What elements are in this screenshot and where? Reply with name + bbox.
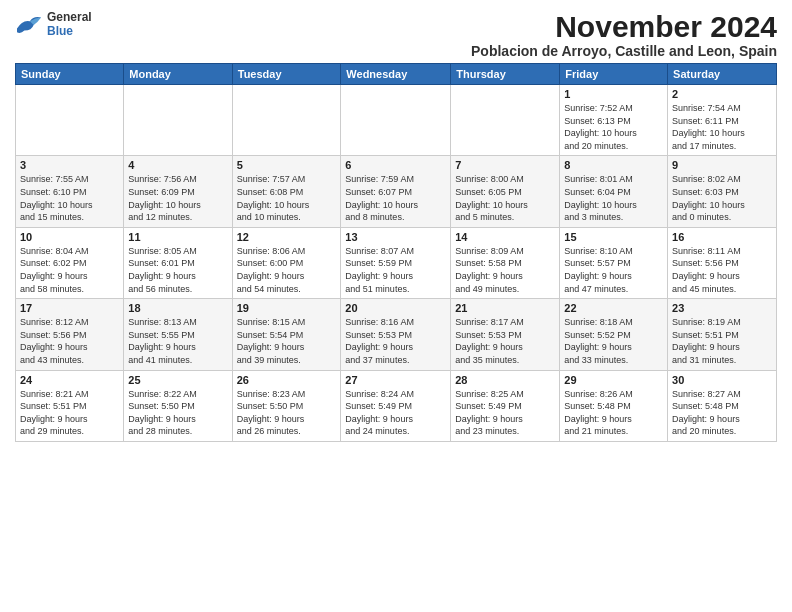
- location: Poblacion de Arroyo, Castille and Leon, …: [471, 43, 777, 59]
- calendar-table: SundayMondayTuesdayWednesdayThursdayFrid…: [15, 63, 777, 442]
- day-info: Sunrise: 8:09 AM Sunset: 5:58 PM Dayligh…: [455, 245, 555, 295]
- day-number: 12: [237, 231, 337, 243]
- calendar-cell: 20Sunrise: 8:16 AM Sunset: 5:53 PM Dayli…: [341, 299, 451, 370]
- day-number: 19: [237, 302, 337, 314]
- logo-general: General: [47, 10, 92, 24]
- day-info: Sunrise: 7:56 AM Sunset: 6:09 PM Dayligh…: [128, 173, 227, 223]
- calendar-cell: [232, 85, 341, 156]
- calendar-cell: 16Sunrise: 8:11 AM Sunset: 5:56 PM Dayli…: [668, 227, 777, 298]
- calendar-cell: [124, 85, 232, 156]
- day-number: 9: [672, 159, 772, 171]
- day-info: Sunrise: 8:16 AM Sunset: 5:53 PM Dayligh…: [345, 316, 446, 366]
- day-info: Sunrise: 8:17 AM Sunset: 5:53 PM Dayligh…: [455, 316, 555, 366]
- calendar-header-saturday: Saturday: [668, 64, 777, 85]
- day-info: Sunrise: 8:05 AM Sunset: 6:01 PM Dayligh…: [128, 245, 227, 295]
- day-number: 11: [128, 231, 227, 243]
- calendar-cell: 6Sunrise: 7:59 AM Sunset: 6:07 PM Daylig…: [341, 156, 451, 227]
- calendar-cell: [16, 85, 124, 156]
- logo-text: General Blue: [47, 10, 92, 39]
- page: General Blue November 2024 Poblacion de …: [0, 0, 792, 612]
- calendar-cell: 18Sunrise: 8:13 AM Sunset: 5:55 PM Dayli…: [124, 299, 232, 370]
- calendar-cell: [451, 85, 560, 156]
- calendar-cell: 7Sunrise: 8:00 AM Sunset: 6:05 PM Daylig…: [451, 156, 560, 227]
- calendar-cell: 24Sunrise: 8:21 AM Sunset: 5:51 PM Dayli…: [16, 370, 124, 441]
- day-info: Sunrise: 8:22 AM Sunset: 5:50 PM Dayligh…: [128, 388, 227, 438]
- calendar-week-row: 24Sunrise: 8:21 AM Sunset: 5:51 PM Dayli…: [16, 370, 777, 441]
- calendar-cell: 4Sunrise: 7:56 AM Sunset: 6:09 PM Daylig…: [124, 156, 232, 227]
- day-info: Sunrise: 7:55 AM Sunset: 6:10 PM Dayligh…: [20, 173, 119, 223]
- calendar-cell: 30Sunrise: 8:27 AM Sunset: 5:48 PM Dayli…: [668, 370, 777, 441]
- calendar-cell: 22Sunrise: 8:18 AM Sunset: 5:52 PM Dayli…: [560, 299, 668, 370]
- day-info: Sunrise: 8:06 AM Sunset: 6:00 PM Dayligh…: [237, 245, 337, 295]
- day-info: Sunrise: 8:04 AM Sunset: 6:02 PM Dayligh…: [20, 245, 119, 295]
- logo: General Blue: [15, 10, 92, 39]
- calendar-cell: 2Sunrise: 7:54 AM Sunset: 6:11 PM Daylig…: [668, 85, 777, 156]
- day-info: Sunrise: 8:18 AM Sunset: 5:52 PM Dayligh…: [564, 316, 663, 366]
- day-info: Sunrise: 8:07 AM Sunset: 5:59 PM Dayligh…: [345, 245, 446, 295]
- calendar-header-tuesday: Tuesday: [232, 64, 341, 85]
- day-info: Sunrise: 8:27 AM Sunset: 5:48 PM Dayligh…: [672, 388, 772, 438]
- day-number: 16: [672, 231, 772, 243]
- calendar-week-row: 3Sunrise: 7:55 AM Sunset: 6:10 PM Daylig…: [16, 156, 777, 227]
- calendar-week-row: 17Sunrise: 8:12 AM Sunset: 5:56 PM Dayli…: [16, 299, 777, 370]
- calendar-header-wednesday: Wednesday: [341, 64, 451, 85]
- day-number: 15: [564, 231, 663, 243]
- calendar-cell: 19Sunrise: 8:15 AM Sunset: 5:54 PM Dayli…: [232, 299, 341, 370]
- day-number: 6: [345, 159, 446, 171]
- day-info: Sunrise: 7:52 AM Sunset: 6:13 PM Dayligh…: [564, 102, 663, 152]
- calendar-cell: 14Sunrise: 8:09 AM Sunset: 5:58 PM Dayli…: [451, 227, 560, 298]
- day-info: Sunrise: 7:59 AM Sunset: 6:07 PM Dayligh…: [345, 173, 446, 223]
- day-number: 26: [237, 374, 337, 386]
- day-number: 20: [345, 302, 446, 314]
- calendar-header-sunday: Sunday: [16, 64, 124, 85]
- day-number: 28: [455, 374, 555, 386]
- day-number: 29: [564, 374, 663, 386]
- day-number: 17: [20, 302, 119, 314]
- calendar-cell: 1Sunrise: 7:52 AM Sunset: 6:13 PM Daylig…: [560, 85, 668, 156]
- day-number: 18: [128, 302, 227, 314]
- calendar-cell: 28Sunrise: 8:25 AM Sunset: 5:49 PM Dayli…: [451, 370, 560, 441]
- calendar-cell: 29Sunrise: 8:26 AM Sunset: 5:48 PM Dayli…: [560, 370, 668, 441]
- calendar-cell: [341, 85, 451, 156]
- day-number: 14: [455, 231, 555, 243]
- month-title: November 2024: [471, 10, 777, 43]
- day-info: Sunrise: 8:11 AM Sunset: 5:56 PM Dayligh…: [672, 245, 772, 295]
- day-number: 21: [455, 302, 555, 314]
- day-number: 30: [672, 374, 772, 386]
- calendar-cell: 23Sunrise: 8:19 AM Sunset: 5:51 PM Dayli…: [668, 299, 777, 370]
- day-info: Sunrise: 8:15 AM Sunset: 5:54 PM Dayligh…: [237, 316, 337, 366]
- day-number: 23: [672, 302, 772, 314]
- header: General Blue November 2024 Poblacion de …: [15, 10, 777, 59]
- calendar-cell: 11Sunrise: 8:05 AM Sunset: 6:01 PM Dayli…: [124, 227, 232, 298]
- calendar-header-thursday: Thursday: [451, 64, 560, 85]
- calendar-cell: 8Sunrise: 8:01 AM Sunset: 6:04 PM Daylig…: [560, 156, 668, 227]
- day-info: Sunrise: 8:01 AM Sunset: 6:04 PM Dayligh…: [564, 173, 663, 223]
- calendar-cell: 25Sunrise: 8:22 AM Sunset: 5:50 PM Dayli…: [124, 370, 232, 441]
- day-info: Sunrise: 8:21 AM Sunset: 5:51 PM Dayligh…: [20, 388, 119, 438]
- title-block: November 2024 Poblacion de Arroyo, Casti…: [471, 10, 777, 59]
- day-info: Sunrise: 8:23 AM Sunset: 5:50 PM Dayligh…: [237, 388, 337, 438]
- logo-bird-icon: [15, 12, 43, 36]
- day-number: 8: [564, 159, 663, 171]
- calendar-week-row: 10Sunrise: 8:04 AM Sunset: 6:02 PM Dayli…: [16, 227, 777, 298]
- day-info: Sunrise: 8:00 AM Sunset: 6:05 PM Dayligh…: [455, 173, 555, 223]
- day-info: Sunrise: 8:26 AM Sunset: 5:48 PM Dayligh…: [564, 388, 663, 438]
- calendar-cell: 27Sunrise: 8:24 AM Sunset: 5:49 PM Dayli…: [341, 370, 451, 441]
- day-info: Sunrise: 7:54 AM Sunset: 6:11 PM Dayligh…: [672, 102, 772, 152]
- calendar-header-friday: Friday: [560, 64, 668, 85]
- calendar-cell: 17Sunrise: 8:12 AM Sunset: 5:56 PM Dayli…: [16, 299, 124, 370]
- calendar-cell: 9Sunrise: 8:02 AM Sunset: 6:03 PM Daylig…: [668, 156, 777, 227]
- day-info: Sunrise: 8:02 AM Sunset: 6:03 PM Dayligh…: [672, 173, 772, 223]
- logo-blue: Blue: [47, 24, 92, 38]
- day-info: Sunrise: 8:19 AM Sunset: 5:51 PM Dayligh…: [672, 316, 772, 366]
- day-number: 5: [237, 159, 337, 171]
- calendar-cell: 26Sunrise: 8:23 AM Sunset: 5:50 PM Dayli…: [232, 370, 341, 441]
- day-info: Sunrise: 8:12 AM Sunset: 5:56 PM Dayligh…: [20, 316, 119, 366]
- day-info: Sunrise: 7:57 AM Sunset: 6:08 PM Dayligh…: [237, 173, 337, 223]
- day-number: 4: [128, 159, 227, 171]
- calendar-cell: 13Sunrise: 8:07 AM Sunset: 5:59 PM Dayli…: [341, 227, 451, 298]
- calendar-header-row: SundayMondayTuesdayWednesdayThursdayFrid…: [16, 64, 777, 85]
- day-number: 27: [345, 374, 446, 386]
- calendar-cell: 3Sunrise: 7:55 AM Sunset: 6:10 PM Daylig…: [16, 156, 124, 227]
- day-info: Sunrise: 8:25 AM Sunset: 5:49 PM Dayligh…: [455, 388, 555, 438]
